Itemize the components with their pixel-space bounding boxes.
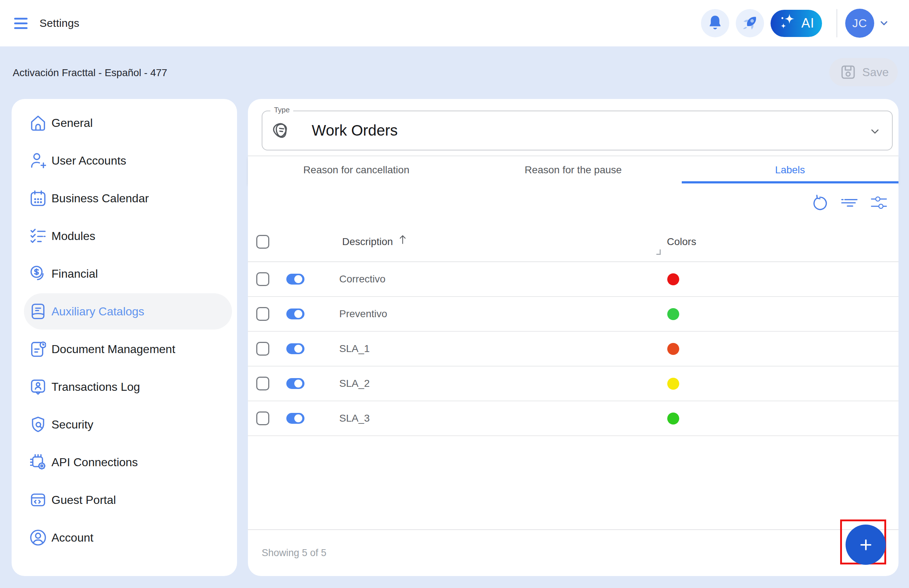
row-checkbox[interactable]	[256, 307, 269, 321]
table-row[interactable]: SLA_3	[248, 401, 898, 436]
subheader: Activación Fracttal - Español - 477 Save	[0, 47, 909, 99]
color-dot	[667, 378, 679, 390]
save-button[interactable]: Save	[829, 58, 898, 86]
sidebar-item-modules[interactable]: Modules	[24, 218, 232, 254]
sidebar-item-api-connections[interactable]: API Connections	[24, 444, 232, 480]
page-title: Settings	[39, 17, 79, 29]
type-field-area: Type Work Orders	[248, 99, 898, 156]
chip-gear-icon	[30, 454, 46, 470]
rocket-icon	[738, 11, 762, 35]
notifications-button[interactable]	[701, 9, 729, 37]
table-row[interactable]: SLA_2	[248, 367, 898, 401]
sidebar-item-transactions-log[interactable]: Transactions Log	[24, 369, 232, 405]
chevron-down-icon[interactable]	[879, 18, 889, 28]
work-order-tag-icon	[272, 122, 289, 139]
settings-sidebar: General User Accounts Business Calendar	[11, 99, 237, 576]
topbar: Settings	[0, 0, 909, 47]
type-label: Type	[270, 106, 293, 114]
sort-ascending-icon	[398, 234, 407, 244]
row-description: Preventivo	[339, 308, 387, 320]
row-toggle[interactable]	[286, 378, 304, 389]
plus-icon	[860, 539, 872, 551]
person-badge-icon	[30, 379, 46, 395]
row-checkbox[interactable]	[256, 272, 269, 286]
sidebar-item-document-management[interactable]: Document Management	[24, 331, 232, 367]
calendar-icon	[30, 190, 46, 206]
table-row[interactable]: Correctivo	[248, 262, 898, 297]
menu-icon[interactable]	[14, 18, 27, 29]
breadcrumb: Activación Fracttal - Español - 477	[13, 67, 167, 79]
row-checkbox[interactable]	[256, 342, 269, 355]
avatar[interactable]: JC	[845, 9, 874, 38]
ai-button[interactable]: AI	[770, 10, 822, 37]
filter-icon[interactable]	[841, 199, 857, 207]
divider	[836, 9, 837, 37]
column-resize-handle[interactable]	[656, 249, 661, 255]
user-add-icon	[30, 153, 46, 168]
tabs: Reason for cancellation Reason for the p…	[248, 156, 898, 183]
refresh-icon[interactable]	[812, 195, 828, 211]
select-chevron-icon	[869, 125, 881, 137]
row-checkbox[interactable]	[256, 412, 269, 425]
add-button[interactable]	[846, 525, 886, 565]
sidebar-item-business-calendar[interactable]: Business Calendar	[24, 180, 232, 216]
sparkle-icon	[778, 12, 799, 34]
checklist-icon	[30, 228, 46, 244]
row-description: Correctivo	[339, 273, 386, 285]
whats-new-button[interactable]	[736, 9, 764, 37]
color-dot	[667, 412, 679, 425]
sidebar-item-account[interactable]: Account	[24, 520, 232, 556]
coin-icon	[30, 266, 46, 282]
tab-reason-for-the-pause[interactable]: Reason for the pause	[465, 156, 681, 183]
main-panel: Type Work Orders Reason for cancellation…	[248, 99, 898, 576]
column-header-description[interactable]: Description	[342, 236, 407, 247]
person-circle-icon	[30, 530, 46, 546]
color-dot	[667, 273, 679, 285]
topbar-actions: AI JC	[701, 9, 889, 38]
color-dot	[667, 308, 679, 320]
card-code-icon	[30, 492, 46, 508]
catalog-icon	[30, 304, 46, 319]
tab-labels[interactable]: Labels	[682, 156, 898, 183]
table-footer: Showing 5 of 5	[248, 529, 898, 576]
row-checkbox[interactable]	[256, 376, 269, 391]
row-toggle[interactable]	[286, 343, 304, 354]
document-clock-icon	[30, 341, 46, 357]
sidebar-item-auxiliary-catalogs[interactable]: Auxiliary Catalogs	[24, 293, 232, 330]
type-value: Work Orders	[312, 122, 397, 139]
row-toggle[interactable]	[286, 309, 304, 319]
sidebar-item-general[interactable]: General	[24, 105, 232, 141]
row-toggle[interactable]	[286, 413, 304, 424]
tune-icon[interactable]	[871, 197, 887, 209]
row-toggle[interactable]	[286, 274, 304, 284]
row-description: SLA_3	[339, 412, 370, 424]
table-header: Description Colors	[248, 222, 898, 262]
column-header-colors[interactable]: Colors	[667, 236, 696, 247]
sidebar-item-financial[interactable]: Financial	[24, 255, 232, 292]
select-all-checkbox[interactable]	[256, 235, 269, 249]
save-icon	[838, 62, 858, 82]
table-toolbar	[248, 183, 898, 222]
tab-reason-for-cancellation[interactable]: Reason for cancellation	[248, 156, 465, 183]
type-select[interactable]: Type Work Orders	[262, 111, 893, 150]
sidebar-item-guest-portal[interactable]: Guest Portal	[24, 482, 232, 518]
row-count-summary: Showing 5 of 5	[262, 548, 326, 559]
row-description: SLA_2	[339, 378, 370, 389]
row-description: SLA_1	[339, 343, 370, 355]
table-row[interactable]: Preventivo	[248, 297, 898, 332]
sidebar-item-security[interactable]: Security	[24, 406, 232, 443]
table-row[interactable]: SLA_1	[248, 332, 898, 367]
sidebar-item-user-accounts[interactable]: User Accounts	[24, 142, 232, 179]
color-dot	[667, 343, 679, 355]
bell-icon	[705, 13, 726, 34]
home-icon	[30, 115, 46, 131]
shield-icon	[30, 417, 46, 433]
